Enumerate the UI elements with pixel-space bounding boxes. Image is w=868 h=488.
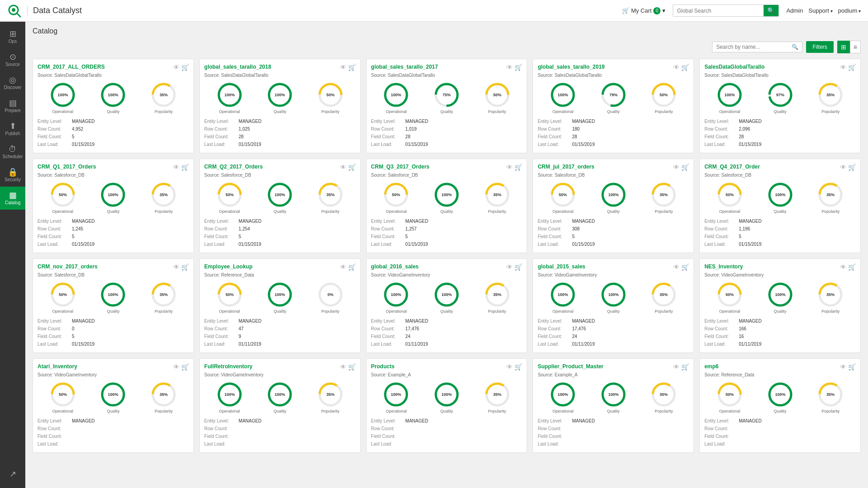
- preview-icon[interactable]: 👁: [173, 164, 179, 171]
- svg-text:100%: 100%: [724, 93, 735, 97]
- sidebar-item-security[interactable]: 🔒 Security: [0, 164, 25, 187]
- popularity-label: Popularity: [821, 309, 840, 314]
- filters-button[interactable]: Filters: [806, 41, 834, 53]
- preview-icon[interactable]: 👁: [340, 263, 346, 271]
- card-title[interactable]: CRM_Q2_2017_Orders: [204, 164, 263, 170]
- grid-view-button[interactable]: ⊞: [837, 41, 850, 53]
- card-title[interactable]: global_2016_sales: [371, 263, 419, 270]
- sidebar-expand-button[interactable]: ↗: [8, 465, 18, 483]
- sidebar-item-ops[interactable]: ⊞ Ops: [0, 25, 25, 48]
- cart-add-icon[interactable]: 🛒: [848, 363, 856, 371]
- card-title[interactable]: CRM_jul_2017_orders: [538, 164, 594, 170]
- card-source: Source: Salesforce_DB: [38, 272, 189, 277]
- popularity-label: Popularity: [655, 109, 673, 114]
- admin-link[interactable]: Admin: [786, 7, 803, 14]
- card-title[interactable]: Products: [371, 363, 395, 370]
- card-title[interactable]: Atari_Inventory: [38, 363, 77, 370]
- svg-text:100%: 100%: [224, 93, 235, 97]
- preview-icon[interactable]: 👁: [173, 363, 179, 371]
- quality-label: Quality: [440, 109, 453, 114]
- card-title[interactable]: CRM_Q1_2017_Orders: [38, 164, 96, 170]
- card-title[interactable]: global_sales_tarallo_2017: [371, 64, 438, 70]
- card-title[interactable]: FullRetroInventory: [204, 363, 253, 370]
- card-source: Source: Salesforce_DB: [371, 173, 523, 178]
- sidebar-item-discover[interactable]: ◎ Discover: [0, 71, 25, 94]
- preview-icon[interactable]: 👁: [340, 363, 346, 371]
- card-title[interactable]: NES_Inventory: [704, 263, 743, 270]
- preview-icon[interactable]: 👁: [840, 164, 846, 171]
- card-title[interactable]: global_sales_tarallo_2019: [538, 64, 604, 70]
- preview-icon[interactable]: 👁: [673, 64, 679, 71]
- cart-add-icon[interactable]: 🛒: [681, 263, 689, 271]
- cart-add-icon[interactable]: 🛒: [848, 164, 856, 171]
- preview-icon[interactable]: 👁: [506, 164, 513, 171]
- preview-icon[interactable]: 👁: [840, 263, 846, 271]
- cart-add-icon[interactable]: 🛒: [348, 263, 356, 271]
- cart-add-icon[interactable]: 🛒: [181, 164, 189, 171]
- cart-add-icon[interactable]: 🛒: [514, 164, 522, 171]
- preview-icon[interactable]: 👁: [340, 64, 346, 71]
- card-title[interactable]: Employee_Lookup: [204, 263, 253, 270]
- chart-operational: 50% Operational: [716, 381, 743, 413]
- user-menu[interactable]: podium: [838, 7, 861, 14]
- card-actions: 👁 🛒: [840, 64, 856, 71]
- cart-add-icon[interactable]: 🛒: [181, 263, 189, 271]
- sidebar-item-publish[interactable]: ⬆ Publish: [0, 117, 25, 141]
- sidebar-item-scheduler[interactable]: ⏱ Scheduler: [0, 141, 25, 164]
- cart-add-icon[interactable]: 🛒: [848, 263, 856, 271]
- quality-label: Quality: [107, 409, 119, 413]
- cart-add-icon[interactable]: 🛒: [514, 263, 522, 271]
- card-title[interactable]: CRM_nov_2017_orders: [38, 263, 98, 270]
- sidebar-item-prepare[interactable]: ▤ Prepare: [0, 94, 25, 117]
- card-title[interactable]: CRM_Q4_2017_Order: [704, 164, 760, 170]
- cart-add-icon[interactable]: 🛒: [181, 363, 189, 371]
- chart-operational: 100% Operational: [216, 381, 243, 413]
- sidebar-item-source[interactable]: ⊙ Source: [0, 48, 25, 71]
- cart-add-icon[interactable]: 🛒: [514, 363, 522, 371]
- sidebar-label-ops: Ops: [9, 39, 17, 44]
- global-search-input[interactable]: [673, 6, 764, 16]
- preview-icon[interactable]: 👁: [840, 64, 846, 71]
- sidebar-item-catalog[interactable]: ▦ Catalog: [0, 187, 25, 210]
- svg-point-2: [12, 8, 15, 12]
- chart-operational: 50% Operational: [549, 181, 576, 214]
- preview-icon[interactable]: 👁: [673, 164, 679, 171]
- cart-add-icon[interactable]: 🛒: [514, 64, 522, 71]
- preview-icon[interactable]: 👁: [173, 64, 179, 71]
- preview-icon[interactable]: 👁: [506, 64, 513, 71]
- preview-icon[interactable]: 👁: [840, 363, 846, 371]
- card-title[interactable]: global_2015_sales: [538, 263, 585, 270]
- card-title[interactable]: Supplier_Product_Master: [538, 363, 603, 370]
- preview-icon[interactable]: 👁: [506, 363, 513, 371]
- card-title[interactable]: SalesDataGlobalTarallo: [704, 64, 764, 70]
- cart-add-icon[interactable]: 🛒: [681, 164, 689, 171]
- cart-add-icon[interactable]: 🛒: [348, 64, 356, 71]
- chart-popularity: 35% Popularity: [650, 281, 677, 314]
- card-charts: 50% Operational 100% Quality 35% Popular…: [204, 181, 356, 214]
- cart-add-icon[interactable]: 🛒: [348, 164, 356, 171]
- card-title[interactable]: CRM_Q3_2017_Orders: [371, 164, 429, 170]
- card-title[interactable]: emp6: [704, 363, 718, 370]
- preview-icon[interactable]: 👁: [673, 263, 679, 271]
- card-charts: 50% Operational 100% Quality 35% Popular…: [538, 181, 689, 214]
- preview-icon[interactable]: 👁: [506, 263, 513, 271]
- preview-icon[interactable]: 👁: [340, 164, 346, 171]
- svg-text:50%: 50%: [226, 292, 234, 297]
- card-title[interactable]: global_sales_tarallo_2018: [204, 64, 271, 70]
- card-source: Source: Example_A: [538, 372, 689, 377]
- cart-add-icon[interactable]: 🛒: [681, 363, 689, 371]
- cart-button[interactable]: 🛒 My Cart 0 ▾: [622, 7, 666, 14]
- popularity-donut: 35%: [484, 281, 511, 308]
- list-view-button[interactable]: ≡: [850, 41, 861, 53]
- cart-add-icon[interactable]: 🛒: [681, 64, 689, 71]
- cart-add-icon[interactable]: 🛒: [181, 64, 189, 71]
- preview-icon[interactable]: 👁: [673, 363, 679, 371]
- card-title[interactable]: CRM_2017_ALL_ORDERS: [38, 64, 105, 70]
- cart-add-icon[interactable]: 🛒: [848, 64, 856, 71]
- card-header: CRM_Q2_2017_Orders 👁 🛒: [204, 164, 356, 171]
- cart-add-icon[interactable]: 🛒: [348, 363, 356, 371]
- search-by-name-input[interactable]: [716, 44, 792, 50]
- global-search-button[interactable]: 🔍: [764, 5, 778, 16]
- preview-icon[interactable]: 👁: [173, 263, 179, 271]
- support-link[interactable]: Support: [808, 7, 832, 14]
